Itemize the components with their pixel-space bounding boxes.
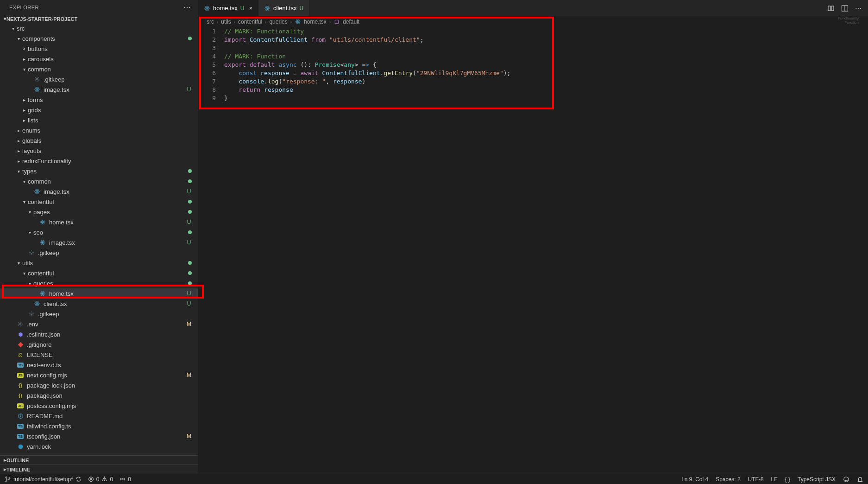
tree-folder[interactable]: ▸reduxFunctionality	[0, 156, 198, 166]
notifications-icon[interactable]	[857, 476, 863, 483]
chevron-icon: ▸	[20, 57, 28, 62]
cursor-position[interactable]: Ln 9, Col 4	[681, 476, 708, 483]
tree-label: types	[22, 168, 188, 175]
tree-file[interactable]: image.tsxU	[0, 186, 198, 197]
svg-point-0	[36, 78, 38, 80]
svg-point-17	[31, 252, 32, 254]
tree-label: .gitkeep	[38, 311, 193, 318]
tree-folder[interactable]: ▾queries	[0, 278, 198, 288]
code-content[interactable]: // MARK: Functionalityimport ContentfulC…	[224, 27, 868, 474]
tree-file[interactable]: yarn.lock	[0, 441, 198, 452]
tree-folder[interactable]: ▾common	[0, 176, 198, 186]
warning-icon	[101, 476, 107, 482]
tree-label: client.tsx	[44, 300, 185, 307]
indentation[interactable]: Spaces: 2	[716, 476, 740, 483]
tree-folder[interactable]: ▾types	[0, 166, 198, 176]
svg-point-22	[37, 303, 38, 305]
tree-file[interactable]: JSnext.config.mjsM	[0, 370, 198, 380]
tree-folder[interactable]: ▸lists	[0, 115, 198, 125]
git-status-badge: U	[185, 188, 193, 195]
chevron-icon: ▾	[26, 230, 33, 235]
tree-file[interactable]: TStailwind.config.ts	[0, 421, 198, 431]
code-editor[interactable]: 123456789 // MARK: Functionalityimport C…	[198, 27, 868, 474]
tree-folder[interactable]: ▾src	[0, 23, 198, 33]
breadcrumbs[interactable]: src›utils›contentful›queries›home.tsx›de…	[198, 16, 868, 27]
tree-folder[interactable]: ▾pages	[0, 207, 198, 217]
tree-label: .gitkeep	[44, 76, 193, 83]
eol[interactable]: LF	[771, 476, 778, 483]
tree-file[interactable]: client.tsxU	[0, 299, 198, 309]
tree-file[interactable]: ⚖LICENSE	[0, 350, 198, 360]
tree-folder[interactable]: ▸grids	[0, 105, 198, 115]
tree-file[interactable]: home.tsxU	[0, 217, 198, 227]
feedback-icon[interactable]	[843, 476, 849, 483]
tree-folder[interactable]: ▸layouts	[0, 146, 198, 156]
tree-file[interactable]: .gitkeep	[0, 74, 198, 84]
tree-file[interactable]: home.tsxU	[0, 288, 198, 299]
tabs-actions: ⋯	[827, 5, 868, 12]
breadcrumb-item[interactable]: default	[343, 19, 359, 25]
editor-tab[interactable]: home.tsx U ×	[198, 0, 258, 16]
tree-label: grids	[28, 107, 193, 114]
tree-folder[interactable]: ▾common	[0, 64, 198, 74]
problems-indicator[interactable]: 0 0	[88, 476, 113, 483]
tree-folder[interactable]: ▾utils	[0, 258, 198, 268]
sync-icon	[75, 476, 82, 482]
compare-changes-icon[interactable]	[827, 5, 835, 12]
chevron-right-icon: ›	[290, 19, 292, 25]
tree-file[interactable]: .gitkeep	[0, 309, 198, 319]
react-icon	[39, 239, 46, 246]
outline-section[interactable]: ▸ OUTLINE	[0, 455, 198, 465]
breadcrumb-item[interactable]: contentful	[238, 19, 262, 25]
timeline-section[interactable]: ▸ TIMELINE	[0, 465, 198, 474]
git-status-badge: U	[185, 219, 193, 225]
tree-file[interactable]: .gitignore	[0, 339, 198, 350]
tree-file[interactable]: .gitkeep	[0, 248, 198, 258]
tree-folder[interactable]: ▸enums	[0, 125, 198, 135]
tree-file[interactable]: README.md	[0, 411, 198, 421]
breadcrumb-item[interactable]: home.tsx	[304, 19, 327, 25]
tree-file[interactable]: TSnext-env.d.ts	[0, 360, 198, 370]
svg-point-5	[37, 191, 38, 192]
modified-dot-icon	[188, 179, 192, 183]
more-actions-icon[interactable]: ⋯	[855, 5, 862, 12]
tree-folder[interactable]: ▾components	[0, 33, 198, 44]
close-icon[interactable]: ×	[249, 5, 252, 12]
tree-file[interactable]: {}package-lock.json	[0, 380, 198, 390]
svg-point-1	[37, 89, 38, 90]
split-editor-icon[interactable]	[841, 5, 849, 12]
language-mode[interactable]: TypeScript JSX	[798, 476, 836, 483]
breadcrumb-item[interactable]: src	[207, 19, 214, 25]
tree-file[interactable]: .eslintrc.json	[0, 329, 198, 339]
tree-file[interactable]: image.tsxU	[0, 84, 198, 95]
svg-point-27	[19, 323, 21, 325]
project-header[interactable]: ▾ NEXTJS-STARTER-PROJECT	[0, 14, 198, 23]
tree-folder[interactable]: ▸forms	[0, 95, 198, 105]
tree-file[interactable]: {}package.json	[0, 390, 198, 401]
tree-folder[interactable]: ▸carousels	[0, 54, 198, 64]
ports-indicator[interactable]: 0	[120, 476, 131, 483]
braces-icon[interactable]: { }	[785, 476, 790, 483]
editor-tab[interactable]: client.tsx U	[258, 0, 309, 16]
git-branch[interactable]: tutorial/contentful/setup*	[5, 476, 82, 483]
explorer-more-icon[interactable]: ⋯	[183, 3, 191, 12]
tree-folder[interactable]: ▾contentful	[0, 197, 198, 207]
chevron-icon: ▾	[15, 36, 22, 41]
tree-file[interactable]: JSpostcss.config.mjs	[0, 401, 198, 411]
tab-status: U	[240, 5, 245, 12]
tree-folder[interactable]: ▾contentful	[0, 268, 198, 278]
encoding[interactable]: UTF-8	[748, 476, 764, 483]
tree-folder[interactable]: ▾seo	[0, 227, 198, 237]
tree-label: lists	[28, 117, 193, 124]
symbol-method-icon	[333, 19, 340, 25]
git-status-badge: U	[185, 239, 193, 246]
tree-folder[interactable]: ▸globals	[0, 135, 198, 146]
breadcrumb-item[interactable]: utils	[221, 19, 231, 25]
tree-folder[interactable]: >buttons	[0, 44, 198, 54]
tree-file[interactable]: image.tsxU	[0, 237, 198, 248]
svg-point-57	[104, 480, 105, 480]
tree-file[interactable]: .envM	[0, 319, 198, 329]
breadcrumb-item[interactable]: queries	[269, 19, 287, 25]
tree-file[interactable]: TStsconfig.jsonM	[0, 431, 198, 441]
gear-icon	[33, 76, 41, 83]
